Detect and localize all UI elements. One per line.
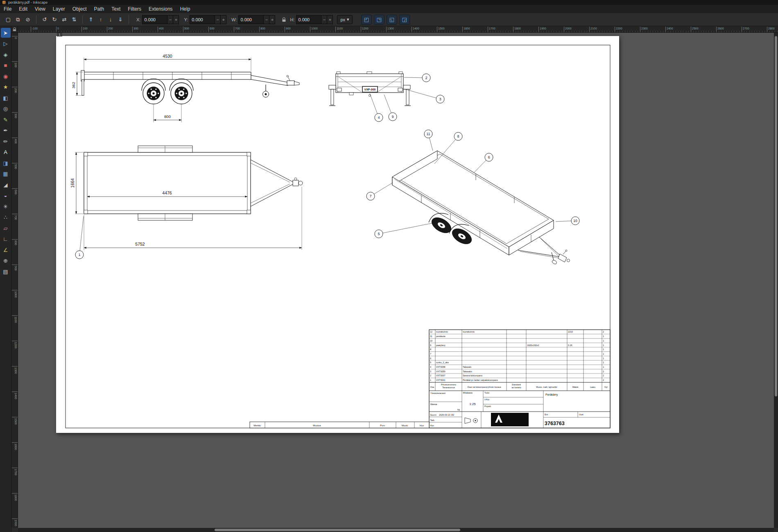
- pencil-tool-button[interactable]: ✎: [1, 115, 11, 125]
- callout-label-2: 2: [425, 76, 427, 80]
- calligraphy-tool-button[interactable]: ✏: [1, 136, 11, 146]
- vertical-scrollbar-thumb[interactable]: [775, 36, 777, 396]
- revision-header: Muutt.: [402, 424, 409, 427]
- node-tool-button[interactable]: ▷: [1, 39, 11, 49]
- h-increment-button[interactable]: +: [327, 15, 333, 24]
- gradient-tool-button[interactable]: ◨: [1, 158, 11, 168]
- pages-tool-button[interactable]: ▤: [1, 267, 11, 276]
- h-ruler-label: 600: [208, 27, 215, 32]
- zoom-tool-button[interactable]: ⊕: [1, 256, 11, 266]
- callout-label-6: 6: [488, 155, 490, 159]
- text-tool-button[interactable]: A: [1, 147, 11, 157]
- parts-cell: 1: [603, 340, 604, 342]
- callout-label-5: 5: [378, 232, 380, 236]
- paint-bucket-tool-button[interactable]: ◒: [1, 191, 11, 201]
- menu-item-file[interactable]: File: [0, 5, 15, 13]
- h-ruler-label: 1900: [538, 27, 546, 32]
- suunn-value: 2025-03-13 JSI: [439, 414, 454, 416]
- label-tuote: Tuote: [484, 392, 489, 394]
- x-decrement-button[interactable]: −: [167, 15, 173, 24]
- lower-button[interactable]: ↓: [106, 15, 115, 25]
- x-increment-button[interactable]: +: [173, 15, 179, 24]
- label-hyv: Hyv.: [430, 424, 434, 427]
- w-decrement-button[interactable]: −: [264, 15, 269, 24]
- eraser-tool-button[interactable]: ▱: [1, 223, 11, 233]
- page-tab[interactable]: 1: [57, 33, 62, 36]
- pencil-tool-icon: ✎: [3, 117, 8, 123]
- connector-tool-button[interactable]: ∟: [1, 234, 11, 244]
- h-decrement-button[interactable]: −: [321, 15, 327, 24]
- menu-item-filters[interactable]: Filters: [124, 5, 145, 13]
- select-all-layers-button[interactable]: ⧉: [13, 15, 23, 25]
- star-tool-button[interactable]: ★: [1, 82, 11, 92]
- h-ruler-label: 1700: [488, 27, 495, 32]
- box-3d-tool-button[interactable]: ◧: [1, 93, 11, 103]
- tweak-tool-button[interactable]: ✳: [1, 201, 11, 211]
- horizontal-scrollbar[interactable]: [18, 528, 774, 532]
- y-input[interactable]: [190, 15, 215, 24]
- select-all-button[interactable]: ▢: [3, 15, 13, 25]
- separator: [82, 16, 83, 24]
- vertex-logo: VERTEX: [491, 413, 529, 426]
- spray-tool-button[interactable]: ∴: [1, 213, 11, 222]
- y-increment-button[interactable]: +: [221, 15, 226, 24]
- deselect-button[interactable]: ⊘: [23, 15, 33, 25]
- raise-to-top-button[interactable]: ⇑: [86, 15, 96, 25]
- menu-item-edit[interactable]: Edit: [15, 5, 31, 13]
- horizontal-scrollbar-thumb[interactable]: [215, 529, 460, 531]
- menu-item-extensions[interactable]: Extensions: [145, 5, 176, 13]
- v-ruler[interactable]: 0100200300400500600700800900100011001200…: [11, 33, 18, 528]
- scale-stroke-toggle-button[interactable]: ◰: [361, 15, 372, 25]
- scale-corners-toggle-icon: ◳: [376, 16, 381, 23]
- x-input[interactable]: [142, 15, 167, 24]
- menu-item-object[interactable]: Object: [69, 5, 90, 13]
- h-ruler-label: 2100: [589, 27, 597, 32]
- unit-dropdown[interactable]: px ▾: [337, 15, 352, 24]
- canvas[interactable]: 1: [18, 33, 774, 528]
- v-ruler-label: 1300: [12, 366, 18, 374]
- ellipse-tool-icon: ◉: [3, 73, 8, 79]
- parts-cell: 7: [430, 353, 431, 355]
- rectangle-tool-button[interactable]: ■: [1, 61, 11, 70]
- flip-horizontal-button[interactable]: ⇄: [59, 15, 69, 25]
- raise-button[interactable]: ↑: [96, 15, 106, 25]
- label-suunn: Suunn: [430, 414, 437, 416]
- scale-corners-toggle-button[interactable]: ◳: [374, 15, 384, 25]
- flip-vertical-button[interactable]: ⇅: [69, 15, 79, 25]
- v-ruler-label: 1900: [12, 518, 18, 526]
- h-ruler-label: 400: [158, 27, 164, 32]
- h-input[interactable]: [296, 15, 321, 24]
- w-increment-button[interactable]: +: [269, 15, 275, 24]
- move-gradients-toggle-button[interactable]: ◱: [387, 15, 397, 25]
- selector-tool-button[interactable]: ➤: [1, 28, 11, 38]
- lock-ratio-button[interactable]: [280, 15, 287, 24]
- w-input[interactable]: [238, 15, 264, 24]
- ellipse-tool-button[interactable]: ◉: [1, 71, 11, 81]
- select-all-icon: ▢: [6, 16, 11, 23]
- h-ruler-label: 2800: [767, 27, 775, 32]
- callout-label-3: 3: [439, 97, 441, 101]
- h-ruler[interactable]: -100010020030040050060070080090010001100…: [18, 26, 778, 33]
- h-ruler-label: 2300: [640, 27, 648, 32]
- menu-item-path[interactable]: Path: [90, 5, 108, 13]
- rotate-ccw-button[interactable]: ↺: [40, 15, 50, 25]
- rotate-cw-button[interactable]: ↻: [50, 15, 59, 25]
- shape-builder-tool-button[interactable]: ◈: [1, 50, 11, 59]
- ruler-corner[interactable]: [11, 26, 18, 33]
- lower-to-bottom-button[interactable]: ⇓: [115, 15, 125, 25]
- mesh-gradient-tool-button[interactable]: ▦: [1, 169, 11, 179]
- brand-text: VERTEX: [504, 418, 523, 422]
- menu-item-layer[interactable]: Layer: [49, 5, 69, 13]
- dropper-tool-button[interactable]: ◢: [1, 180, 11, 190]
- move-patterns-toggle-button[interactable]: ◲: [399, 15, 410, 25]
- parts-header: Laatu: [590, 386, 595, 388]
- bezier-pen-tool-button[interactable]: ✒: [1, 126, 11, 136]
- menu-item-view[interactable]: View: [31, 5, 49, 13]
- y-decrement-button[interactable]: −: [215, 15, 221, 24]
- menu-item-text[interactable]: Text: [108, 5, 124, 13]
- vertical-scrollbar[interactable]: [774, 33, 778, 528]
- parts-cell: 11: [430, 335, 432, 337]
- measure-tool-button[interactable]: ∠: [1, 245, 11, 255]
- menu-item-help[interactable]: Help: [176, 5, 194, 13]
- spiral-tool-button[interactable]: ◎: [1, 104, 11, 114]
